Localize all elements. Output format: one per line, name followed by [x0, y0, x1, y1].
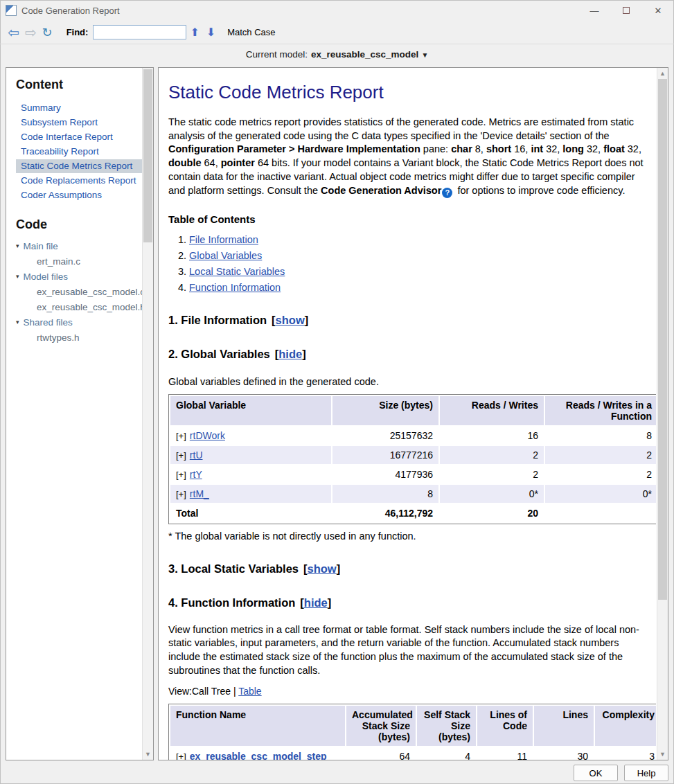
table-header-row: Global Variable Size (bytes) Reads / Wri… — [170, 396, 656, 425]
scroll-down-icon[interactable]: ▼ — [143, 751, 153, 758]
maximize-button[interactable] — [610, 0, 642, 21]
refresh-icon: ↻ — [42, 26, 53, 39]
find-input[interactable] — [93, 25, 186, 39]
close-icon: ✕ — [655, 6, 662, 16]
tree-group-model-files[interactable]: ▾Model files — [16, 269, 142, 285]
table-total-row: Total 46,112,792 20 — [170, 504, 656, 522]
toc-link-local-static-variables[interactable]: Local Static Variables — [189, 266, 285, 277]
tree-file-link[interactable]: ert_main.c — [16, 254, 142, 269]
refresh-button[interactable]: ↻ — [42, 26, 53, 39]
reads-writes-cell: 0* — [440, 485, 544, 503]
tree-group-main-file[interactable]: ▾Main file — [16, 239, 142, 254]
code-file-tree: ▾Main file ert_main.c ▾Model files ex_re… — [16, 239, 142, 346]
sidebar-link-code-replacements-report[interactable]: Code Replacements Report — [16, 174, 142, 188]
find-next-button[interactable]: ⬇ — [206, 26, 215, 39]
size-cell: 25157632 — [332, 427, 438, 445]
global-variable-link[interactable]: rtU — [190, 449, 203, 461]
sidebar-link-code-interface-report[interactable]: Code Interface Report — [16, 130, 142, 144]
scrollbar-thumb[interactable] — [658, 79, 667, 600]
tree-file-link[interactable]: ex_reusable_csc_model.c — [16, 285, 142, 300]
help-button[interactable]: Help — [624, 765, 668, 781]
toc-link-function-information[interactable]: Function Information — [189, 282, 281, 293]
sidebar-link-static-code-metrics-report[interactable]: Static Code Metrics Report — [16, 159, 142, 173]
sidebar-link-summary[interactable]: Summary — [16, 101, 142, 115]
page-title: Static Code Metrics Report — [168, 82, 648, 103]
toc-item: Function Information — [189, 282, 648, 293]
chevron-down-icon: ▾ — [16, 273, 19, 280]
expand-toggle[interactable]: [+] — [176, 431, 186, 441]
table-row: [+]ex_reusable_csc_model_step 64 4 11 30… — [170, 747, 656, 760]
toc-item: Local Static Variables — [189, 266, 648, 277]
column-header: Reads / Writes in a Function — [545, 396, 656, 425]
column-header: Complexity — [595, 706, 656, 746]
tree-group-label: Model files — [24, 271, 69, 282]
view-label: View: — [168, 686, 192, 697]
bracket: ] — [328, 596, 332, 609]
global-variable-link[interactable]: rtY — [190, 469, 202, 480]
sidebar-link-traceability-report[interactable]: Traceability Report — [16, 145, 142, 159]
column-header: Lines — [534, 706, 594, 746]
ok-button[interactable]: OK — [574, 765, 618, 781]
table-header-row: Function Name Accumulated Stack Size (by… — [170, 706, 656, 746]
toc-link-global-variables[interactable]: Global Variables — [189, 250, 262, 261]
section-title: 1. File Information — [168, 314, 267, 326]
sidebar-scrollbar[interactable]: ▼ — [142, 68, 153, 760]
back-arrow-icon: ⇦ — [8, 25, 19, 40]
size-cell: 8 — [332, 485, 438, 503]
intro-paragraph: The static code metrics report provides … — [168, 116, 648, 198]
minimize-button[interactable]: — — [578, 0, 610, 21]
expand-toggle[interactable]: [+] — [176, 751, 186, 760]
toc-link-file-information[interactable]: File Information — [189, 234, 258, 245]
titlebar: Code Generation Report — ✕ — [0, 0, 674, 21]
table-footnote: * The global variable is not directly us… — [168, 531, 648, 542]
window-title: Code Generation Report — [21, 6, 120, 16]
section-title: 4. Function Information — [168, 596, 295, 609]
total-label: Total — [170, 504, 331, 522]
view-table-link[interactable]: Table — [238, 686, 261, 697]
match-case-toggle[interactable]: Match Case — [227, 27, 275, 37]
forward-arrow-icon: ⇨ — [25, 25, 37, 40]
tree-group-shared-files[interactable]: ▾Shared files — [16, 315, 142, 330]
arrow-down-icon: ⬇ — [206, 26, 215, 38]
table-row: [+]rtU 16777216 2 2 — [170, 446, 656, 464]
section-heading-local-static-variables: 3. Local Static Variables[show] — [168, 562, 648, 576]
show-toggle-link[interactable]: show — [308, 562, 337, 575]
sidebar-link-coder-assumptions[interactable]: Coder Assumptions — [16, 188, 142, 202]
hide-toggle-link[interactable]: hide — [278, 348, 302, 360]
global-variables-table: Global Variable Size (bytes) Reads / Wri… — [168, 394, 656, 524]
total-reads-writes-cell: 20 — [440, 504, 544, 522]
function-link[interactable]: ex_reusable_csc_model_step — [190, 751, 327, 760]
reads-writes-fn-cell: 0* — [545, 485, 656, 503]
dialog-footer: OK Help — [574, 765, 668, 781]
expand-toggle[interactable]: [+] — [176, 450, 186, 461]
model-dropdown[interactable]: ex_reusable_csc_model▼ — [308, 49, 428, 60]
tree-file-link[interactable]: ex_reusable_csc_model.h — [16, 300, 142, 315]
scroll-down-icon[interactable]: ▼ — [657, 751, 668, 758]
help-icon[interactable]: ? — [442, 188, 452, 198]
reads-writes-cell: 2 — [440, 465, 544, 483]
toolbar: ⇦ ⇨ ↻ Find: ⬆ ⬇ Match Case — [0, 21, 674, 44]
lines-of-code-cell: 11 — [477, 747, 533, 760]
chevron-down-icon: ▾ — [16, 242, 19, 249]
find-previous-button[interactable]: ⬆ — [190, 26, 199, 39]
expand-toggle[interactable]: [+] — [176, 489, 186, 499]
reads-writes-fn-cell: 8 — [545, 427, 656, 445]
back-button[interactable]: ⇦ — [8, 26, 19, 39]
forward-button[interactable]: ⇨ — [25, 26, 37, 39]
expand-toggle[interactable]: [+] — [176, 470, 186, 480]
global-variable-link[interactable]: rtM_ — [190, 488, 209, 499]
content-scrollbar[interactable]: ▲ ▼ — [657, 68, 668, 760]
show-toggle-link[interactable]: show — [276, 314, 305, 326]
scrollbar-thumb[interactable] — [143, 69, 152, 242]
sidebar-link-subsystem-report[interactable]: Subsystem Report — [16, 116, 142, 130]
hide-toggle-link[interactable]: hide — [304, 596, 328, 609]
arrow-up-icon: ⬆ — [190, 26, 199, 38]
view-separator: | — [233, 686, 236, 697]
view-switcher: View:Call Tree | Table — [168, 686, 648, 697]
close-button[interactable]: ✕ — [642, 0, 674, 21]
table-row: [+]rtM_ 8 0* 0* — [170, 485, 656, 503]
toc-item: File Information — [189, 234, 648, 245]
tree-file-link[interactable]: rtwtypes.h — [16, 330, 142, 346]
global-variable-link[interactable]: rtDWork — [190, 430, 225, 441]
scroll-up-icon[interactable]: ▲ — [657, 70, 668, 77]
